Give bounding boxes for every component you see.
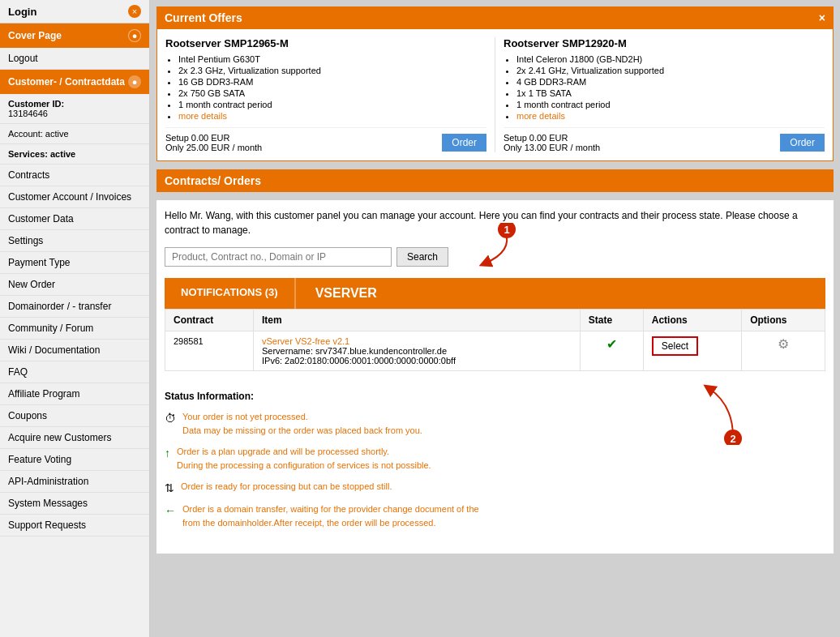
offer1-more-details: more details	[178, 111, 486, 121]
wiki-label: Wiki / Documentation	[8, 344, 100, 356]
sidebar-item-domainorder[interactable]: Domainorder / - transfer	[0, 296, 149, 318]
sidebar-item-new-order[interactable]: New Order	[0, 274, 149, 296]
sidebar-item-payment-type[interactable]: Payment Type	[0, 252, 149, 274]
sidebar-item-system-messages[interactable]: System Messages	[0, 493, 149, 515]
tabs-row: NOTIFICATIONS (3) VSERVER	[165, 278, 825, 309]
sidebar-item-affiliate[interactable]: Affiliate Program	[0, 383, 149, 405]
offer1-specs: Intel Pentium G630T 2x 2.3 GHz, Virtuali…	[165, 54, 486, 121]
services-label: Services: active	[0, 144, 149, 165]
offer2-pricing: Setup 0.00 EUR Only 13.00 EUR / month	[504, 133, 600, 152]
sidebar-item-support[interactable]: Support Requests	[0, 515, 149, 537]
status-item-2: ↑ Order is a plan upgrade and will be pr…	[165, 445, 825, 472]
search-row: Search 1	[165, 247, 825, 267]
affiliate-label: Affiliate Program	[8, 388, 79, 400]
offer2-spec-1: Intel Celeron J1800 (GB-ND2H)	[516, 54, 825, 64]
col-state: State	[580, 310, 643, 331]
sidebar-section-contractdata[interactable]: Customer- / Contractdata ●	[0, 70, 149, 94]
status-clock-icon: ⏱	[165, 412, 176, 425]
table-row: 298581 vServer VS2-free v2.1 Servername:…	[165, 331, 825, 371]
offer2-more-details: more details	[516, 111, 825, 121]
sidebar-item-faq[interactable]: FAQ	[0, 361, 149, 383]
offer-card-1: Rootserver SMP12965-M Intel Pentium G630…	[165, 37, 486, 152]
contracts-header: Contracts/ Orders	[156, 169, 834, 192]
offer2-spec-3: 4 GB DDR3-RAM	[516, 77, 825, 87]
sidebar-item-logout[interactable]: Logout	[0, 48, 149, 70]
offer2-spec-4: 1x 1 TB SATA	[516, 88, 825, 98]
new-order-label: New Order	[8, 279, 55, 290]
status-text-3: Order is ready for processing but can be…	[181, 480, 392, 494]
sidebar-item-settings[interactable]: Settings	[0, 230, 149, 252]
sidebar-item-contracts[interactable]: Contracts	[0, 165, 149, 186]
customer-id-value: 13184646	[8, 109, 141, 118]
coupons-label: Coupons	[8, 410, 47, 421]
status-transfer-icon: ←	[165, 504, 176, 517]
account-label: Account: active	[8, 129, 141, 139]
gear-icon[interactable]: ⚙	[778, 337, 789, 351]
offer1-setup: Setup 0.00 EUR	[165, 133, 262, 143]
faq-label: FAQ	[8, 366, 28, 378]
cover-page-icon: ●	[128, 29, 141, 42]
offer2-footer: Setup 0.00 EUR Only 13.00 EUR / month Or…	[504, 127, 825, 152]
acquire-label: Acquire new Customers	[8, 432, 111, 443]
status-swap-icon: ⇅	[165, 481, 174, 494]
sidebar-account-status: Account: active	[0, 124, 149, 144]
status-text-2: Order is a plan upgrade and will be proc…	[177, 445, 431, 472]
sidebar-login-header: Login ×	[0, 0, 149, 24]
login-close-icon[interactable]: ×	[128, 5, 141, 18]
system-messages-label: System Messages	[8, 498, 88, 509]
contracts-body: Hello Mr. Wang, with this customer panel…	[156, 200, 834, 554]
sidebar-item-wiki[interactable]: Wiki / Documentation	[0, 340, 149, 361]
contracts-label: Contracts	[8, 169, 49, 181]
search-input[interactable]	[165, 247, 392, 267]
sidebar-item-acquire[interactable]: Acquire new Customers	[0, 427, 149, 449]
col-actions: Actions	[643, 310, 741, 331]
select-button[interactable]: Select	[652, 336, 698, 356]
status-item-4: ← Order is a domain transfer, waiting fo…	[165, 502, 825, 529]
contracts-table: Contract Item State Actions Options 2985…	[165, 309, 825, 371]
settings-label: Settings	[8, 235, 43, 246]
contract-state: ✔	[580, 331, 643, 371]
sidebar-item-api[interactable]: API-Administration	[0, 471, 149, 493]
current-offers-close-icon[interactable]: ×	[819, 11, 825, 24]
logout-label: Logout	[8, 53, 38, 64]
offer-card-2: Rootserver SMP12920-M Intel Celeron J180…	[504, 37, 825, 152]
sidebar-item-community[interactable]: Community / Forum	[0, 318, 149, 340]
item-ipv6: IPv6: 2a02:0180:0006:0001:0000:0000:0000…	[262, 356, 456, 366]
offer-divider	[495, 37, 495, 152]
offer1-spec-5: 1 month contract period	[178, 100, 486, 109]
community-label: Community / Forum	[8, 323, 93, 334]
offer1-price: Only 25.00 EUR / month	[165, 143, 262, 152]
feature-voting-label: Feature Voting	[8, 454, 71, 465]
customer-id-label: Customer ID:	[8, 99, 141, 109]
sidebar-cover-page[interactable]: Cover Page ●	[0, 24, 149, 48]
tab-vserver[interactable]: VSERVER	[294, 278, 396, 309]
payment-type-label: Payment Type	[8, 257, 71, 268]
invoices-label: Customer Account / Invoices	[8, 191, 131, 203]
item-link[interactable]: vServer VS2-free v2.1	[262, 336, 349, 346]
section-label: Customer- / Contractdata	[8, 76, 125, 88]
sidebar-item-coupons[interactable]: Coupons	[0, 405, 149, 427]
offer1-order-button[interactable]: Order	[442, 134, 486, 152]
offer2-specs: Intel Celeron J1800 (GB-ND2H) 2x 2.41 GH…	[504, 54, 825, 121]
tab-notifications[interactable]: NOTIFICATIONS (3)	[165, 278, 294, 309]
offer2-setup: Setup 0.00 EUR	[504, 133, 600, 143]
offer1-spec-4: 2x 750 GB SATA	[178, 88, 486, 98]
svg-text:1: 1	[504, 224, 509, 236]
contracts-section: Contracts/ Orders Hello Mr. Wang, with t…	[156, 169, 834, 554]
domainorder-label: Domainorder / - transfer	[8, 301, 111, 312]
sidebar-item-invoices[interactable]: Customer Account / Invoices	[0, 186, 149, 208]
offer1-footer: Setup 0.00 EUR Only 25.00 EUR / month Or…	[165, 127, 486, 152]
offer1-pricing: Setup 0.00 EUR Only 25.00 EUR / month	[165, 133, 262, 152]
col-options: Options	[742, 310, 825, 331]
sidebar-item-customer-data[interactable]: Customer Data	[0, 208, 149, 230]
status-item-3: ⇅ Order is ready for processing but can …	[165, 480, 825, 494]
offer1-spec-3: 16 GB DDR3-RAM	[178, 77, 486, 87]
login-label: Login	[8, 6, 36, 18]
offer2-order-button[interactable]: Order	[780, 134, 825, 152]
sidebar-item-feature-voting[interactable]: Feature Voting	[0, 449, 149, 471]
contract-options: ⚙	[742, 331, 825, 371]
contract-actions: Select	[643, 331, 741, 371]
svg-text:2: 2	[730, 433, 735, 445]
api-label: API-Administration	[8, 476, 88, 487]
annotation-arrow-2: 2	[692, 380, 774, 445]
